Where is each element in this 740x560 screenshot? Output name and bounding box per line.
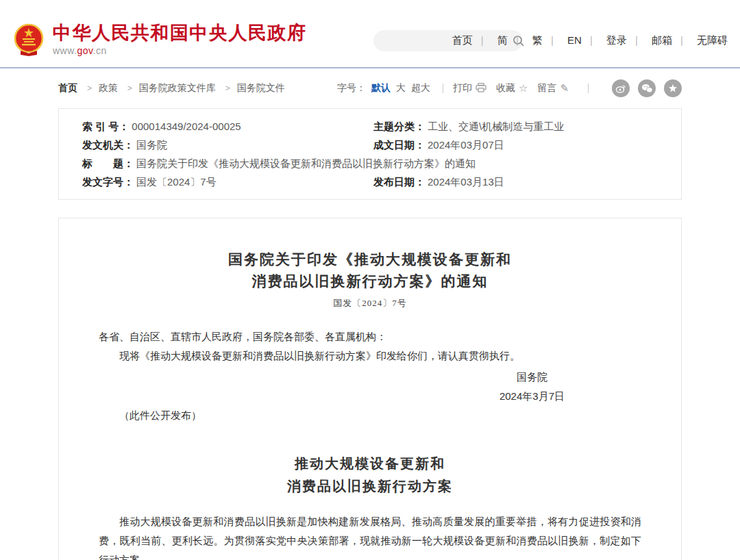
nav-accessibility[interactable]: 无障碍: [678, 34, 730, 46]
lead-paragraph: 推动大规模设备更新和消费品以旧换新是加快构建新发展格局、推动高质量发展的重要举措…: [99, 512, 641, 560]
meta-topic-value: 工业、交通\机械制造与重工业: [428, 120, 564, 132]
attachment-title-line2: 消费品以旧换新行动方案: [99, 475, 641, 498]
salutation: 各省、自治区、直辖市人民政府，国务院各部委、各直属机构：: [99, 327, 641, 346]
breadcrumb-home[interactable]: 首页: [58, 82, 77, 93]
favorite-button[interactable]: 收藏 ☆: [496, 82, 528, 94]
breadcrumb-state-council-docs[interactable]: 国务院文件: [219, 82, 285, 93]
site-header: 中华人民共和国中央人民政府 www.gov.cn 首页 简 繁 EN 登录 邮箱…: [0, 0, 740, 68]
document-text: 各省、自治区、直辖市人民政府，国务院各部委、各直属机构： 现将《推动大规模设备更…: [99, 327, 641, 560]
nav-mailbox[interactable]: 邮箱: [632, 34, 675, 46]
wechat-icon[interactable]: [638, 79, 656, 97]
paragraph-forward: 现将《推动大规模设备更新和消费品以旧换新行动方案》印发给你们，请认真贯彻执行。: [99, 346, 641, 366]
meta-index-value: 000014349/2024-00025: [132, 120, 241, 132]
print-label: 打印: [453, 82, 472, 94]
attachment-title: 推动大规模设备更新和 消费品以旧换新行动方案: [99, 453, 641, 498]
site-title: 中华人民共和国中央人民政府: [53, 23, 307, 43]
meta-doc-no-value: 国发〔2024〕7号: [136, 176, 217, 188]
breadcrumb: 首页 政策 国务院政策文件库 国务院文件: [58, 82, 285, 94]
nav-english[interactable]: EN: [548, 34, 584, 46]
meta-agency-label: 发文机关：: [82, 139, 134, 151]
meta-agency: 发文机关：国务院: [82, 136, 373, 154]
meta-topic: 主题分类：工业、交通\机械制造与重工业: [373, 117, 667, 136]
site-url: www.gov.cn: [53, 45, 307, 56]
nav-login[interactable]: 登录: [587, 34, 630, 46]
meta-agency-value: 国务院: [136, 139, 167, 151]
document-meta-card: 索 引 号：000014349/2024-00025 主题分类：工业、交通\机械…: [58, 108, 682, 200]
meta-publish-date-value: 2024年03月13日: [428, 176, 504, 188]
document-title: 国务院关于印发《推动大规模设备更新和 消费品以旧换新行动方案》的通知: [99, 249, 641, 292]
site-logo[interactable]: 中华人民共和国中央人民政府 www.gov.cn: [14, 23, 307, 56]
url-www: www.: [53, 45, 77, 56]
meta-written-date-value: 2024年03月07日: [428, 139, 504, 151]
meta-title-value: 国务院关于印发《推动大规模设备更新和消费品以旧换新行动方案》的通知: [136, 157, 476, 169]
meta-doc-no-label: 发文字号：: [82, 176, 134, 188]
breadcrumb-policy-library[interactable]: 国务院政策文件库: [121, 82, 216, 93]
share-icons: [604, 79, 682, 97]
star-outline-icon: ☆: [519, 82, 528, 94]
printer-icon: [476, 83, 486, 94]
meta-title: 标 题：国务院关于印发《推动大规模设备更新和消费品以旧换新行动方案》的通知: [82, 154, 667, 173]
nav-simplified[interactable]: 简: [478, 34, 510, 46]
meta-doc-no: 发文字号：国发〔2024〕7号: [82, 173, 373, 191]
url-gov: gov: [77, 45, 92, 56]
font-size-xlarge[interactable]: 超大: [411, 82, 430, 94]
breadcrumb-policy[interactable]: 政策: [80, 82, 118, 93]
attachment-title-line1: 推动大规模设备更新和: [99, 453, 641, 475]
page-toolbar: 字号： 默认 大 超大 打印 收藏 ☆ 留言 ✎: [337, 79, 682, 97]
weibo-icon[interactable]: [612, 79, 630, 97]
meta-index: 索 引 号：000014349/2024-00025: [82, 117, 373, 136]
favorite-share-icon[interactable]: [664, 79, 682, 97]
meta-publish-date: 发布日期：2024年03月13日: [373, 173, 667, 191]
meta-title-label: 标 题：: [82, 157, 134, 169]
favorite-label: 收藏: [496, 82, 515, 94]
signature-block: 国务院 2024年3月7日: [99, 368, 641, 406]
comment-label: 留言: [537, 82, 556, 94]
pencil-icon: ✎: [560, 82, 569, 94]
meta-written-date: 成文日期：2024年03月07日: [373, 136, 667, 154]
nav-home[interactable]: 首页: [449, 34, 476, 46]
national-emblem-icon: [14, 23, 44, 56]
meta-index-label: 索 引 号：: [82, 120, 129, 132]
public-release-note: （此件公开发布）: [99, 406, 641, 425]
topbar: 首页 政策 国务院政策文件库 国务院文件 字号： 默认 大 超大 打印 收藏 ☆…: [58, 68, 682, 108]
meta-publish-date-label: 发布日期：: [373, 176, 425, 188]
toolbar-divider: [588, 84, 589, 93]
print-button[interactable]: 打印: [453, 82, 486, 94]
nav-traditional[interactable]: 繁: [513, 34, 545, 46]
header-nav: 首页 简 繁 EN 登录 邮箱 无障碍: [449, 34, 730, 47]
url-cn: .cn: [93, 45, 107, 56]
sign-date: 2024年3月7日: [500, 387, 565, 406]
toolbar-divider: [443, 84, 443, 93]
comment-button[interactable]: 留言 ✎: [537, 82, 569, 94]
font-size-large[interactable]: 大: [396, 82, 406, 94]
document-body-card: 国务院关于印发《推动大规模设备更新和 消费品以旧换新行动方案》的通知 国发〔20…: [58, 218, 682, 560]
meta-topic-label: 主题分类：: [373, 120, 425, 132]
font-size-label: 字号：: [337, 82, 366, 94]
meta-written-date-label: 成文日期：: [373, 139, 425, 151]
document-number: 国发〔2024〕7号: [99, 297, 641, 309]
font-size-default[interactable]: 默认: [371, 82, 391, 94]
document-title-line2: 消费品以旧换新行动方案》的通知: [99, 270, 641, 292]
document-title-line1: 国务院关于印发《推动大规模设备更新和: [99, 249, 641, 270]
signer: 国务院: [500, 368, 565, 387]
